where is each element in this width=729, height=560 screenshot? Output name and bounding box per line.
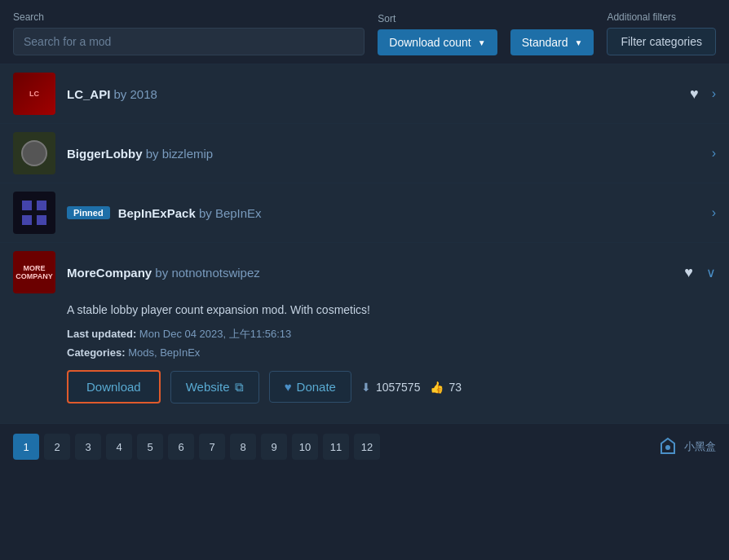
top-bar: Search Sort Download count ▼ Standard ▼ … [0,0,729,64]
standard-spacer [510,13,594,24]
mod-info-bigger-lobby: BiggerLobby by bizzlemip [67,147,712,161]
page-button-7[interactable]: 7 [199,434,225,460]
chevron-right-icon-bigger-lobby: › [712,146,716,161]
mod-row-bigger-lobby[interactable]: BiggerLobby by bizzlemip › [0,123,729,183]
page-button-5[interactable]: 5 [137,434,163,460]
mod-description: A stable lobby player count expansion mo… [67,302,716,319]
svg-rect-3 [37,215,46,225]
donate-label: Donate [297,380,336,394]
page-button-1[interactable]: 1 [13,434,39,460]
mod-title-bepinex: BepInExPack by BepInEx [118,206,262,220]
mod-row-header-lc-api: LC LC_API by 2018 ♥ › [13,73,716,115]
mod-author-more-company: notnotnotswipez [171,266,259,280]
last-updated-label: Last updated: [67,328,136,340]
page-button-2[interactable]: 2 [44,434,70,460]
sort-dropdown[interactable]: Download count ▼ [378,29,497,55]
svg-rect-1 [37,201,46,210]
mod-last-updated: Last updated: Mon Dec 04 2023, 上午11:56:1… [67,327,716,342]
page-buttons: 1 2 3 4 5 6 7 8 9 10 11 12 [13,434,380,460]
external-link-icon: ⧉ [235,380,244,395]
lc-art: LC [13,73,55,115]
page-button-8[interactable]: 8 [230,434,256,460]
standard-group: Standard ▼ [510,13,594,55]
heart-blue-icon: ♥ [285,380,292,394]
page-button-12[interactable]: 12 [354,434,380,460]
mod-actions-bepinex: › [712,205,716,220]
heart-button-more-company[interactable]: ♥ [681,261,696,284]
categories-label: Categories: [67,346,126,359]
search-label: Search [13,11,364,23]
brand-name: 小黑盒 [684,439,716,454]
mod-info-lc-api: LC_API by 2018 [67,87,687,101]
search-group: Search [13,11,364,55]
pagination-bar: 1 2 3 4 5 6 7 8 9 10 11 12 小黑盒 [0,423,729,470]
mod-title-lc-api: LC_API by 2018 [67,87,157,101]
mod-list: LC LC_API by 2018 ♥ › [0,64,729,423]
brand-logo: 小黑盒 [658,437,716,456]
mod-row-header-bigger-lobby: BiggerLobby by bizzlemip › [13,132,716,174]
mod-row-lc-api[interactable]: LC LC_API by 2018 ♥ › [0,64,729,123]
filter-btn-label: Filter categories [621,35,702,48]
mod-title-more-company: MoreCompany by notnotnotswipez [67,266,260,280]
mod-author-lc-api: 2018 [130,87,157,101]
standard-dropdown[interactable]: Standard ▼ [510,29,594,55]
like-count-stat: 👍 73 [430,381,462,394]
categories-value: Mods, BepInEx [128,346,200,359]
mod-name-lc-api: LC_API [67,87,110,101]
mod-title-bigger-lobby: BiggerLobby by bizzlemip [67,147,213,161]
bepinex-logo-svg [18,196,51,229]
thumbup-stat-icon: 👍 [430,381,444,394]
filter-group: Additional filters Filter categories [607,11,716,55]
chevron-right-icon-bepinex: › [712,205,716,220]
donate-button[interactable]: ♥ Donate [269,371,351,403]
search-input[interactable] [13,28,364,55]
svg-rect-0 [22,201,32,210]
mod-author-bepinex: BepInEx [215,206,262,220]
mod-row-header-more-company: MORECOMPANY MoreCompany by notnotnotswip… [13,251,716,293]
mod-footer: Download Website ⧉ ♥ Donate ⬇ 1057575 👍 … [67,370,716,403]
sort-value: Download count [389,36,471,49]
mod-thumbnail-bigger-lobby [13,132,55,174]
mod-categories: Categories: Mods, BepInEx [67,346,716,359]
chevron-down-icon-more-company: ∨ [706,265,716,280]
filter-categories-button[interactable]: Filter categories [607,28,716,55]
mod-info-bepinex: BepInExPack by BepInEx [118,206,712,220]
mod-row-bepinexpack[interactable]: Pinned BepInExPack by BepInEx › [0,183,729,242]
mod-thumbnail-more-company: MORECOMPANY [13,251,55,293]
bl-art [13,132,55,174]
page-button-6[interactable]: 6 [168,434,194,460]
page-button-4[interactable]: 4 [106,434,132,460]
mc-art: MORECOMPANY [13,251,55,293]
bl-face [21,140,47,166]
sort-label: Sort [378,13,497,24]
mod-actions-bigger-lobby: › [712,146,716,161]
download-count-stat: ⬇ 1057575 [361,381,421,394]
brand-icon-svg [658,437,678,456]
download-button[interactable]: Download [67,370,161,403]
page-button-9[interactable]: 9 [261,434,287,460]
like-count-value: 73 [448,381,462,394]
page-button-10[interactable]: 10 [292,434,318,460]
page-button-3[interactable]: 3 [75,434,101,460]
mod-thumbnail-lc-api: LC [13,73,55,115]
sort-group: Sort Download count ▼ [378,13,497,55]
chevron-right-icon-lc-api: › [712,86,716,101]
mod-name-bigger-lobby: BiggerLobby [67,147,143,161]
last-updated-value: Mon Dec 04 2023, 上午11:56:13 [139,328,291,340]
bepinex-art [13,192,55,234]
standard-value: Standard [522,36,568,49]
website-button[interactable]: Website ⧉ [170,371,259,403]
page-button-11[interactable]: 11 [323,434,349,460]
chevron-down-icon: ▼ [478,38,486,47]
download-count-value: 1057575 [376,381,421,394]
mod-name-bepinex: BepInExPack [118,206,196,220]
mod-expanded-body-more-company: A stable lobby player count expansion mo… [13,293,716,415]
chevron-down-icon-2: ▼ [575,38,583,47]
mod-info-more-company: MoreCompany by notnotnotswipez [67,266,681,280]
mod-row-more-company[interactable]: MORECOMPANY MoreCompany by notnotnotswip… [0,242,729,423]
mod-thumbnail-bepinex [13,192,55,234]
svg-point-5 [665,445,670,450]
website-label: Website [186,380,230,394]
heart-button-lc-api[interactable]: ♥ [687,82,702,106]
mod-actions-lc-api: ♥ › [687,82,716,106]
